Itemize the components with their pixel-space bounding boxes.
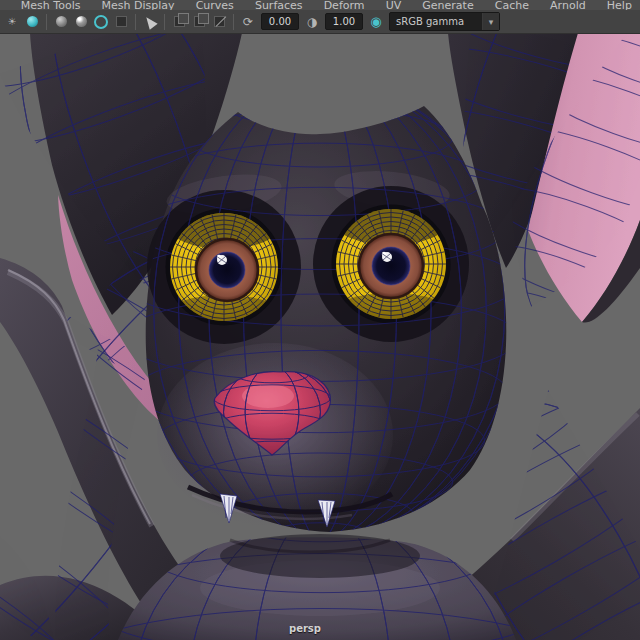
exposure-field[interactable]: 0.00 <box>261 13 299 30</box>
panel-toolbar: ☀ ⟳ 0.00 ◑ 1.00 ◉ sRGB gamma ▾ <box>0 10 640 34</box>
wireframe-on-shaded-icon[interactable] <box>92 13 110 31</box>
color-management-icon[interactable]: ◉ <box>367 13 385 31</box>
gamma-icon[interactable]: ◑ <box>303 13 321 31</box>
use-all-lights-icon[interactable] <box>112 13 130 31</box>
view-transform-value: sRGB gamma <box>390 16 482 27</box>
shaded-display-icon[interactable] <box>23 13 41 31</box>
default-material-icon[interactable] <box>52 13 70 31</box>
exposure-icon[interactable]: ⟳ <box>239 13 257 31</box>
isolate-select-icon[interactable] <box>170 13 188 31</box>
chevron-down-icon: ▾ <box>482 13 499 30</box>
xray-display-icon[interactable] <box>190 13 208 31</box>
toolbar-separator <box>164 14 165 30</box>
backface-culling-icon[interactable] <box>210 13 228 31</box>
toolbar-separator <box>135 14 136 30</box>
maya-window: Edit Mesh Mesh Tools Mesh Display Curves… <box>0 0 640 640</box>
gamma-field[interactable]: 1.00 <box>325 13 363 30</box>
toolbar-separator <box>233 14 234 30</box>
select-tool-icon[interactable] <box>141 13 159 31</box>
view-transform-dropdown[interactable]: sRGB gamma ▾ <box>389 12 500 31</box>
textured-display-icon[interactable] <box>72 13 90 31</box>
toolbar-separator <box>46 14 47 30</box>
lighting-icon[interactable]: ☀ <box>3 13 21 31</box>
bat-model-render <box>0 34 640 640</box>
viewport-3d[interactable]: persp <box>0 34 640 640</box>
